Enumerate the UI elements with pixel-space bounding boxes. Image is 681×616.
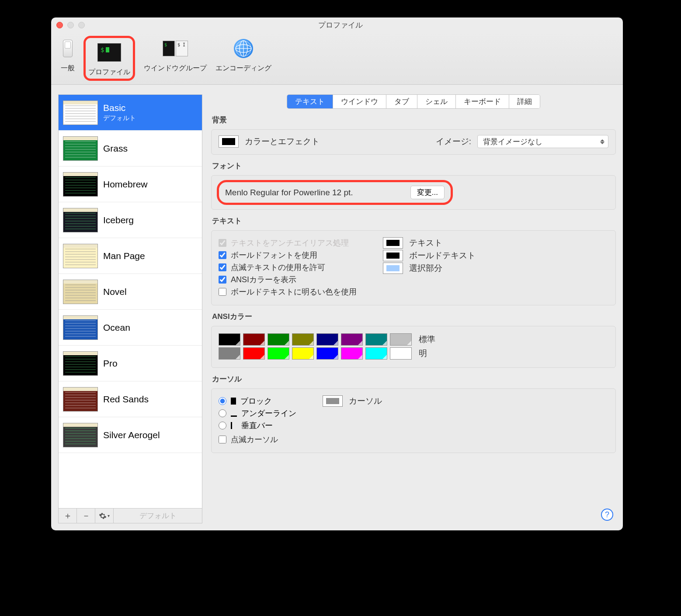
ansi-swatch[interactable] — [365, 333, 387, 346]
close-icon[interactable] — [56, 22, 63, 28]
ansi-swatch[interactable] — [390, 347, 412, 360]
profile-name: Red Sands — [103, 394, 149, 405]
bright-bold-checkbox[interactable]: ボールドテキストに明るい色を使用 — [219, 287, 357, 297]
profile-name: Iceberg — [103, 215, 134, 225]
cursor-block-radio[interactable]: ブロック — [219, 396, 296, 406]
profile-name: Pro — [103, 358, 118, 369]
profile-item-ocean[interactable]: Ocean — [59, 310, 202, 346]
profile-item-silver-aerogel[interactable]: Silver Aerogel — [59, 417, 202, 453]
toolbar-profiles[interactable]: プロファイル — [79, 34, 139, 83]
ansi-swatch[interactable] — [316, 333, 338, 346]
cursor-vbar-radio[interactable]: 垂直バー — [219, 420, 296, 431]
cursor-color-well[interactable] — [323, 395, 343, 407]
ansi-swatch[interactable] — [243, 347, 265, 360]
bold-fonts-checkbox[interactable]: ボールドフォントを使用 — [219, 250, 357, 260]
profile-item-novel[interactable]: Novel — [59, 274, 202, 310]
profile-item-man-page[interactable]: Man Page — [59, 238, 202, 274]
section-heading-cursor: カーソル — [212, 374, 615, 384]
profile-item-basic[interactable]: Basicデフォルト — [59, 95, 202, 131]
profile-actions-menu[interactable]: ▾ — [95, 509, 114, 523]
section-heading-text: テキスト — [212, 216, 615, 226]
section-heading-ansi: ANSIカラー — [212, 311, 615, 322]
ansi-swatch[interactable] — [316, 347, 338, 360]
ansi-row-label: 明 — [419, 348, 427, 359]
section-cursor: ブロック アンダーライン 垂直バー 点滅カーソル カーソル — [211, 388, 616, 453]
profile-item-iceberg[interactable]: Iceberg — [59, 202, 202, 238]
section-font: Menlo Regular for Powerline 12 pt. 変更... — [211, 175, 616, 210]
ansi-swatch[interactable] — [365, 347, 387, 360]
change-font-button[interactable]: 変更... — [410, 186, 445, 199]
profile-item-red-sands[interactable]: Red Sands — [59, 381, 202, 417]
text-color-well[interactable] — [383, 237, 403, 249]
profile-item-homebrew[interactable]: Homebrew — [59, 166, 202, 202]
section-ansi: 標準 明 — [211, 326, 616, 368]
settings-panel: テキストウインドウタブシェルキーボード詳細 背景 カラーとエフェクト イメージ:… — [211, 94, 616, 523]
toolbar-window-groups[interactable]: ウインドウグループ — [139, 34, 211, 75]
profile-name: Novel — [103, 287, 127, 297]
profile-name: Ocean — [103, 322, 130, 333]
ansi-swatch[interactable] — [268, 333, 289, 346]
ansi-swatch[interactable] — [390, 333, 412, 346]
settings-tabs: テキストウインドウタブシェルキーボード詳細 — [287, 94, 540, 109]
font-highlight: Menlo Regular for Powerline 12 pt. 変更... — [217, 180, 453, 205]
titlebar: プロファイル — [51, 17, 623, 32]
tab-0[interactable]: テキスト — [287, 95, 333, 108]
profile-name: Grass — [103, 143, 128, 154]
ansi-swatch[interactable] — [292, 347, 314, 360]
ansi-swatch[interactable] — [341, 333, 363, 346]
tab-5[interactable]: 詳細 — [509, 95, 540, 108]
add-profile-button[interactable]: ＋ — [59, 509, 77, 523]
ansi-swatch[interactable] — [341, 347, 363, 360]
set-default-button[interactable]: デフォルト — [114, 509, 202, 523]
antialias-checkbox[interactable]: テキストをアンチエイリアス処理 — [219, 238, 357, 248]
profile-thumb — [63, 172, 98, 197]
cursor-underline-radio[interactable]: アンダーライン — [219, 408, 296, 419]
globe-icon — [234, 39, 253, 58]
blink-cursor-checkbox[interactable]: 点滅カーソル — [219, 434, 296, 445]
background-color-well[interactable] — [219, 135, 239, 148]
profile-sidebar: BasicデフォルトGrassHomebrewIcebergMan PageNo… — [58, 94, 202, 523]
profile-thumb — [63, 280, 98, 304]
profile-list[interactable]: BasicデフォルトGrassHomebrewIcebergMan PageNo… — [58, 94, 202, 509]
toolbar-encodings[interactable]: エンコーディング — [211, 34, 276, 75]
profile-thumb — [63, 387, 98, 412]
profile-thumb — [63, 351, 98, 376]
profile-list-toolbar: ＋ － ▾ デフォルト — [58, 509, 202, 523]
profile-thumb — [63, 423, 98, 447]
profile-item-grass[interactable]: Grass — [59, 131, 202, 166]
profile-name: Basic — [103, 103, 136, 113]
profile-thumb — [63, 244, 98, 268]
section-text: テキストをアンチエイリアス処理 ボールドフォントを使用 点滅テキストの使用を許可… — [211, 230, 616, 305]
toolbar-general[interactable]: 一般 — [56, 34, 79, 75]
ansi-swatch[interactable] — [219, 333, 240, 346]
remove-profile-button[interactable]: － — [77, 509, 95, 523]
tab-2[interactable]: タブ — [386, 95, 417, 108]
profile-thumb — [63, 136, 98, 161]
tab-4[interactable]: キーボード — [456, 95, 509, 108]
preferences-window: プロファイル 一般 プロファイル ウインドウグループ エンコーディング — [51, 17, 623, 530]
allow-blink-checkbox[interactable]: 点滅テキストの使用を許可 — [219, 262, 357, 273]
ansi-swatch[interactable] — [243, 333, 265, 346]
help-button[interactable]: ? — [601, 509, 613, 521]
window-group-icon — [163, 41, 188, 56]
window-title: プロファイル — [63, 20, 618, 30]
profile-subtitle: デフォルト — [103, 114, 136, 122]
selection-color-well[interactable] — [383, 263, 403, 274]
tab-3[interactable]: シェル — [417, 95, 456, 108]
bold-color-well[interactable] — [383, 250, 403, 261]
ansi-colors-checkbox[interactable]: ANSIカラーを表示 — [219, 274, 357, 285]
background-image-select[interactable]: 背景イメージなし — [477, 135, 608, 148]
profile-item-pro[interactable]: Pro — [59, 346, 202, 381]
font-value: Menlo Regular for Powerline 12 pt. — [225, 188, 403, 197]
ansi-swatch[interactable] — [219, 347, 240, 360]
ansi-swatch[interactable] — [292, 333, 314, 346]
terminal-icon — [97, 43, 121, 62]
profile-name: Homebrew — [103, 179, 148, 190]
tab-1[interactable]: ウインドウ — [333, 95, 386, 108]
section-background: カラーとエフェクト イメージ: 背景イメージなし — [211, 129, 616, 155]
ansi-swatch[interactable] — [268, 347, 289, 360]
background-image-label: イメージ: — [436, 136, 471, 147]
profile-thumb — [63, 208, 98, 232]
profile-name: Man Page — [103, 251, 145, 261]
section-heading-background: 背景 — [212, 115, 615, 125]
